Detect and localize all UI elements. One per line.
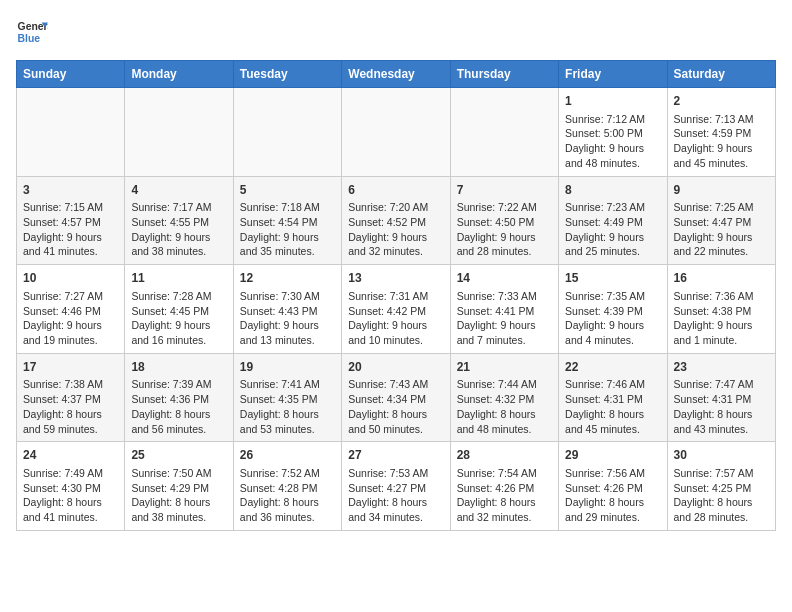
day-number: 11 [131,270,226,287]
calendar-cell: 26Sunrise: 7:52 AM Sunset: 4:28 PM Dayli… [233,442,341,531]
logo: General Blue [16,16,48,48]
calendar-cell: 25Sunrise: 7:50 AM Sunset: 4:29 PM Dayli… [125,442,233,531]
day-number: 20 [348,359,443,376]
calendar-cell: 10Sunrise: 7:27 AM Sunset: 4:46 PM Dayli… [17,265,125,354]
calendar-cell: 19Sunrise: 7:41 AM Sunset: 4:35 PM Dayli… [233,353,341,442]
day-number: 30 [674,447,769,464]
calendar-cell: 20Sunrise: 7:43 AM Sunset: 4:34 PM Dayli… [342,353,450,442]
calendar-cell: 6Sunrise: 7:20 AM Sunset: 4:52 PM Daylig… [342,176,450,265]
header: General Blue [16,16,776,48]
day-info: Sunrise: 7:15 AM Sunset: 4:57 PM Dayligh… [23,200,118,259]
calendar-cell: 30Sunrise: 7:57 AM Sunset: 4:25 PM Dayli… [667,442,775,531]
day-number: 5 [240,182,335,199]
calendar-cell [125,88,233,177]
calendar-week-1: 1Sunrise: 7:12 AM Sunset: 5:00 PM Daylig… [17,88,776,177]
calendar-cell: 24Sunrise: 7:49 AM Sunset: 4:30 PM Dayli… [17,442,125,531]
calendar-cell: 7Sunrise: 7:22 AM Sunset: 4:50 PM Daylig… [450,176,558,265]
calendar-cell: 18Sunrise: 7:39 AM Sunset: 4:36 PM Dayli… [125,353,233,442]
calendar-cell: 16Sunrise: 7:36 AM Sunset: 4:38 PM Dayli… [667,265,775,354]
calendar-cell: 14Sunrise: 7:33 AM Sunset: 4:41 PM Dayli… [450,265,558,354]
day-number: 1 [565,93,660,110]
calendar-cell: 1Sunrise: 7:12 AM Sunset: 5:00 PM Daylig… [559,88,667,177]
calendar-cell: 3Sunrise: 7:15 AM Sunset: 4:57 PM Daylig… [17,176,125,265]
day-info: Sunrise: 7:31 AM Sunset: 4:42 PM Dayligh… [348,289,443,348]
weekday-header-tuesday: Tuesday [233,61,341,88]
day-info: Sunrise: 7:50 AM Sunset: 4:29 PM Dayligh… [131,466,226,525]
calendar-cell: 13Sunrise: 7:31 AM Sunset: 4:42 PM Dayli… [342,265,450,354]
weekday-header-saturday: Saturday [667,61,775,88]
day-number: 3 [23,182,118,199]
day-info: Sunrise: 7:56 AM Sunset: 4:26 PM Dayligh… [565,466,660,525]
calendar-cell: 22Sunrise: 7:46 AM Sunset: 4:31 PM Dayli… [559,353,667,442]
day-number: 18 [131,359,226,376]
calendar-cell: 17Sunrise: 7:38 AM Sunset: 4:37 PM Dayli… [17,353,125,442]
day-number: 10 [23,270,118,287]
calendar-cell: 4Sunrise: 7:17 AM Sunset: 4:55 PM Daylig… [125,176,233,265]
day-number: 4 [131,182,226,199]
calendar-week-4: 17Sunrise: 7:38 AM Sunset: 4:37 PM Dayli… [17,353,776,442]
day-info: Sunrise: 7:18 AM Sunset: 4:54 PM Dayligh… [240,200,335,259]
day-info: Sunrise: 7:20 AM Sunset: 4:52 PM Dayligh… [348,200,443,259]
calendar-table: SundayMondayTuesdayWednesdayThursdayFrid… [16,60,776,531]
calendar-cell: 11Sunrise: 7:28 AM Sunset: 4:45 PM Dayli… [125,265,233,354]
day-info: Sunrise: 7:13 AM Sunset: 4:59 PM Dayligh… [674,112,769,171]
day-info: Sunrise: 7:22 AM Sunset: 4:50 PM Dayligh… [457,200,552,259]
day-info: Sunrise: 7:39 AM Sunset: 4:36 PM Dayligh… [131,377,226,436]
calendar-cell [450,88,558,177]
calendar-cell [17,88,125,177]
weekday-header-sunday: Sunday [17,61,125,88]
day-info: Sunrise: 7:54 AM Sunset: 4:26 PM Dayligh… [457,466,552,525]
calendar-cell: 8Sunrise: 7:23 AM Sunset: 4:49 PM Daylig… [559,176,667,265]
day-number: 14 [457,270,552,287]
day-info: Sunrise: 7:30 AM Sunset: 4:43 PM Dayligh… [240,289,335,348]
day-number: 8 [565,182,660,199]
day-number: 2 [674,93,769,110]
day-info: Sunrise: 7:57 AM Sunset: 4:25 PM Dayligh… [674,466,769,525]
day-number: 17 [23,359,118,376]
calendar-week-2: 3Sunrise: 7:15 AM Sunset: 4:57 PM Daylig… [17,176,776,265]
day-number: 16 [674,270,769,287]
calendar-cell: 27Sunrise: 7:53 AM Sunset: 4:27 PM Dayli… [342,442,450,531]
day-info: Sunrise: 7:25 AM Sunset: 4:47 PM Dayligh… [674,200,769,259]
calendar-cell: 21Sunrise: 7:44 AM Sunset: 4:32 PM Dayli… [450,353,558,442]
calendar-week-3: 10Sunrise: 7:27 AM Sunset: 4:46 PM Dayli… [17,265,776,354]
day-number: 24 [23,447,118,464]
day-info: Sunrise: 7:28 AM Sunset: 4:45 PM Dayligh… [131,289,226,348]
day-number: 6 [348,182,443,199]
day-number: 9 [674,182,769,199]
day-info: Sunrise: 7:47 AM Sunset: 4:31 PM Dayligh… [674,377,769,436]
day-info: Sunrise: 7:44 AM Sunset: 4:32 PM Dayligh… [457,377,552,436]
day-info: Sunrise: 7:41 AM Sunset: 4:35 PM Dayligh… [240,377,335,436]
day-number: 15 [565,270,660,287]
weekday-header-friday: Friday [559,61,667,88]
calendar-cell: 9Sunrise: 7:25 AM Sunset: 4:47 PM Daylig… [667,176,775,265]
day-number: 27 [348,447,443,464]
day-number: 7 [457,182,552,199]
day-info: Sunrise: 7:12 AM Sunset: 5:00 PM Dayligh… [565,112,660,171]
weekday-header-monday: Monday [125,61,233,88]
calendar-week-5: 24Sunrise: 7:49 AM Sunset: 4:30 PM Dayli… [17,442,776,531]
day-number: 21 [457,359,552,376]
day-info: Sunrise: 7:17 AM Sunset: 4:55 PM Dayligh… [131,200,226,259]
calendar-cell: 23Sunrise: 7:47 AM Sunset: 4:31 PM Dayli… [667,353,775,442]
day-number: 26 [240,447,335,464]
day-number: 29 [565,447,660,464]
day-info: Sunrise: 7:53 AM Sunset: 4:27 PM Dayligh… [348,466,443,525]
day-info: Sunrise: 7:23 AM Sunset: 4:49 PM Dayligh… [565,200,660,259]
calendar-body: 1Sunrise: 7:12 AM Sunset: 5:00 PM Daylig… [17,88,776,531]
calendar-cell: 28Sunrise: 7:54 AM Sunset: 4:26 PM Dayli… [450,442,558,531]
day-info: Sunrise: 7:35 AM Sunset: 4:39 PM Dayligh… [565,289,660,348]
calendar-cell: 12Sunrise: 7:30 AM Sunset: 4:43 PM Dayli… [233,265,341,354]
day-number: 12 [240,270,335,287]
calendar-cell: 29Sunrise: 7:56 AM Sunset: 4:26 PM Dayli… [559,442,667,531]
day-number: 23 [674,359,769,376]
day-info: Sunrise: 7:43 AM Sunset: 4:34 PM Dayligh… [348,377,443,436]
day-info: Sunrise: 7:49 AM Sunset: 4:30 PM Dayligh… [23,466,118,525]
day-info: Sunrise: 7:27 AM Sunset: 4:46 PM Dayligh… [23,289,118,348]
calendar-cell [342,88,450,177]
weekday-header-row: SundayMondayTuesdayWednesdayThursdayFrid… [17,61,776,88]
day-number: 19 [240,359,335,376]
calendar-cell [233,88,341,177]
day-number: 22 [565,359,660,376]
day-number: 13 [348,270,443,287]
